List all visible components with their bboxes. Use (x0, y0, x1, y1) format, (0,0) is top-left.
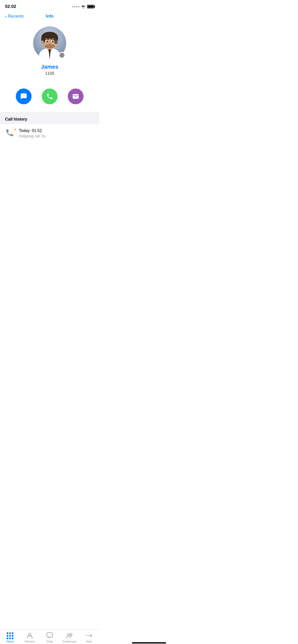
back-button[interactable]: ‹ Recents (5, 14, 24, 19)
call-icon-container: ↗ (5, 128, 15, 138)
svg-point-9 (41, 40, 44, 44)
email-icon (72, 93, 79, 100)
wifi-icon (81, 5, 86, 8)
call-phone-icon (5, 128, 14, 137)
call-type: Outgoing call, 0s (19, 134, 45, 138)
status-time: 02:02 (5, 4, 16, 9)
outgoing-arrow-icon: ↗ (13, 128, 16, 132)
chat-button[interactable] (16, 89, 32, 104)
status-icons (72, 5, 94, 8)
page-title: Info (46, 14, 53, 19)
action-buttons (0, 83, 99, 112)
call-history-title: Call history (5, 117, 27, 121)
nav-bar: ‹ Recents Info (0, 11, 99, 21)
profile-section: James 1100 (0, 21, 99, 83)
email-button[interactable] (68, 89, 84, 104)
status-indicator (59, 52, 65, 58)
call-date: Today (19, 128, 30, 133)
chat-icon (20, 93, 27, 100)
call-history-header: Call history (0, 114, 99, 124)
call-time: 01:52 (32, 128, 42, 133)
call-details: Today 01:52 Outgoing call, 0s (19, 128, 94, 138)
svg-point-18 (48, 43, 51, 45)
phone-icon (46, 93, 53, 100)
chevron-left-icon: ‹ (5, 14, 7, 19)
section-divider (0, 112, 99, 114)
contact-name: James (41, 64, 59, 70)
signal-icon (72, 6, 79, 7)
call-button[interactable] (42, 89, 58, 104)
call-history-section: Call history ↗ Today 01:52 Outgoing call… (0, 114, 99, 142)
battery-icon (87, 5, 94, 8)
avatar-container (33, 26, 66, 60)
status-bar: 02:02 (0, 0, 99, 11)
call-history-item: ↗ Today 01:52 Outgoing call, 0s (0, 124, 99, 142)
contact-number: 1100 (45, 71, 54, 76)
svg-point-17 (52, 40, 53, 42)
back-label: Recents (8, 14, 24, 19)
call-time-row: Today 01:52 (19, 128, 94, 133)
svg-point-16 (46, 40, 48, 42)
